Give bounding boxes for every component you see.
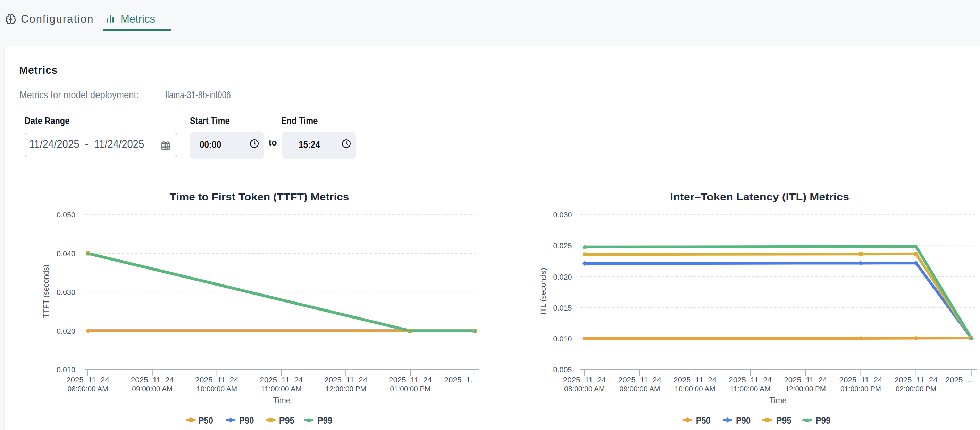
svg-text:2025−11−24: 2025−11−24 — [131, 376, 174, 384]
svg-text:P95: P95 — [279, 415, 295, 426]
svg-text:11:00:00 AM: 11:00:00 AM — [261, 384, 302, 393]
svg-text:0.030: 0.030 — [57, 288, 75, 296]
svg-text:12:00:00 PM: 12:00:00 PM — [785, 384, 826, 393]
svg-text:10:00:00 AM: 10:00:00 AM — [675, 384, 716, 393]
svg-text:P95: P95 — [776, 415, 792, 426]
svg-text:0.010: 0.010 — [554, 334, 572, 343]
svg-text:0.010: 0.010 — [57, 365, 75, 374]
svg-text:0.020: 0.020 — [57, 327, 75, 336]
svg-text:0.005: 0.005 — [554, 365, 572, 374]
svg-text:P99: P99 — [816, 415, 831, 426]
svg-text:10:00:00 AM: 10:00:00 AM — [196, 384, 237, 393]
svg-text:09:00:00 AM: 09:00:00 AM — [132, 384, 173, 393]
svg-text:2025−11−24: 2025−11−24 — [895, 376, 938, 384]
svg-text:0.025: 0.025 — [554, 241, 572, 250]
svg-text:08:00:00 AM: 08:00:00 AM — [564, 384, 605, 393]
svg-text:12:00:00 PM: 12:00:00 PM — [326, 384, 366, 393]
svg-text:2025−11−24: 2025−11−24 — [673, 376, 716, 384]
svg-text:2025−11−24: 2025−11−24 — [196, 376, 239, 384]
svg-text:02:00:00 PM: 02:00:00 PM — [896, 384, 936, 393]
svg-text:P99: P99 — [317, 415, 332, 426]
svg-text:Time: Time — [769, 396, 787, 405]
svg-text:P50: P50 — [696, 415, 711, 426]
svg-text:2025−11−24: 2025−11−24 — [66, 376, 109, 384]
svg-text:2025−1...: 2025−1... — [444, 376, 477, 384]
svg-text:Inter–Token Latency (ITL) Metr: Inter–Token Latency (ITL) Metrics — [670, 191, 849, 202]
svg-text:Time: Time — [273, 396, 291, 405]
svg-text:P50: P50 — [199, 415, 213, 426]
svg-text:2025−11−24: 2025−11−24 — [324, 376, 367, 384]
svg-text:Time to First Token (TTFT) Met: Time to First Token (TTFT) Metrics — [170, 191, 349, 202]
svg-text:2025−11−24: 2025−11−24 — [389, 376, 432, 384]
svg-text:P90: P90 — [736, 415, 751, 426]
svg-text:0.015: 0.015 — [554, 304, 572, 312]
svg-text:0.040: 0.040 — [57, 249, 75, 258]
svg-text:08:00:00 AM: 08:00:00 AM — [68, 384, 108, 393]
svg-text:2025−11−24: 2025−11−24 — [563, 376, 606, 384]
svg-text:2025−...: 2025−... — [946, 376, 974, 384]
svg-text:0.030: 0.030 — [554, 210, 572, 219]
svg-text:2025−11−24: 2025−11−24 — [784, 376, 827, 384]
svg-text:11:00:00 AM: 11:00:00 AM — [730, 384, 771, 393]
svg-text:09:00:00 AM: 09:00:00 AM — [619, 384, 660, 393]
svg-text:ITL (seconds): ITL (seconds) — [539, 268, 547, 315]
svg-text:0.020: 0.020 — [554, 273, 572, 281]
svg-text:TTFT (seconds): TTFT (seconds) — [42, 265, 50, 318]
svg-text:2025−11−24: 2025−11−24 — [839, 376, 883, 384]
svg-text:2025−11−24: 2025−11−24 — [618, 376, 661, 384]
svg-text:0.050: 0.050 — [57, 210, 75, 219]
svg-text:P90: P90 — [239, 415, 254, 426]
svg-text:01:00:00 PM: 01:00:00 PM — [390, 384, 431, 393]
svg-text:2025−11−24: 2025−11−24 — [260, 376, 303, 384]
svg-text:01:00:00 PM: 01:00:00 PM — [840, 384, 881, 393]
svg-text:2025−11−24: 2025−11−24 — [729, 376, 772, 384]
